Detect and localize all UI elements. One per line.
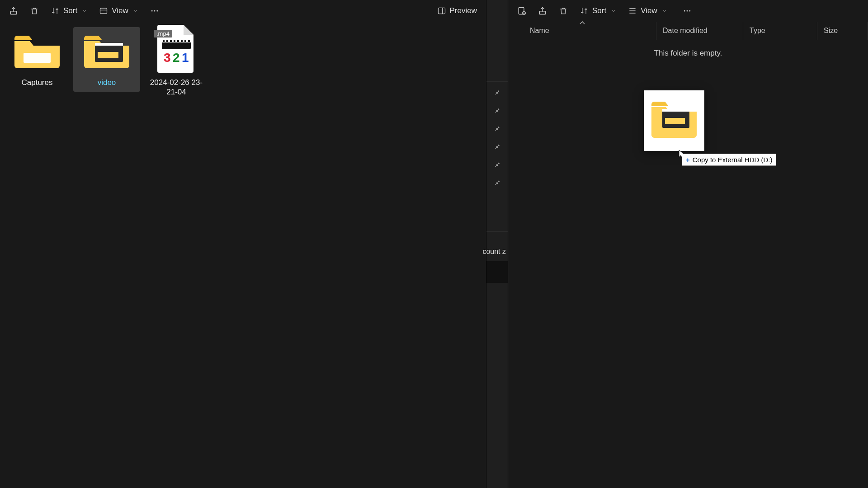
folder-item-video[interactable]: video [73,27,140,92]
video-file-icon: 321 .mp4 [151,31,202,72]
sort-label: Sort [592,6,606,15]
svg-rect-15 [174,40,175,42]
svg-rect-19 [188,40,190,42]
svg-point-27 [686,10,688,12]
svg-rect-14 [170,40,172,42]
nav-selected-block [486,261,508,283]
right-toolbar: Sort View [508,0,868,22]
new-button[interactable] [512,2,532,20]
sort-button[interactable]: Sort [45,3,93,19]
delete-button-right[interactable] [553,2,573,20]
nav-sliver: count z [486,0,508,488]
pin-icon [494,143,500,149]
view-button-right[interactable]: View [623,3,673,19]
folder-item-captures[interactable]: Captures [4,27,71,92]
truncated-label: count z [482,248,506,256]
sort-button-right[interactable]: Sort [574,3,622,19]
left-toolbar: Sort View Preview [0,0,486,22]
delete-button[interactable] [24,2,44,20]
svg-rect-12 [163,40,165,42]
preview-label: Preview [450,6,477,15]
pin-icon [494,125,500,131]
left-items[interactable]: Captures video 321 .mp4 2024-02-26 23-21… [0,22,486,488]
pin-icon [494,107,500,113]
pin-icon [494,161,500,167]
svg-text:3: 3 [164,51,171,65]
plus-icon: + [686,156,690,164]
svg-rect-1 [100,8,107,14]
svg-rect-8 [98,52,118,58]
svg-rect-17 [181,40,183,42]
share-button-right[interactable] [533,2,552,20]
folder-icon [12,31,62,72]
svg-text:2: 2 [173,51,180,65]
view-label: View [112,6,128,15]
share-button[interactable] [4,2,24,20]
svg-point-28 [689,10,690,12]
more-button-right[interactable] [677,2,697,20]
svg-rect-18 [184,40,186,42]
col-size[interactable]: Size [817,22,868,40]
svg-rect-6 [24,53,51,63]
preview-button[interactable]: Preview [432,3,482,19]
svg-point-3 [154,10,155,12]
view-label: View [641,6,657,15]
left-pane: Sort View Preview [0,0,486,488]
cursor-icon [678,149,686,159]
more-button[interactable] [145,2,165,20]
svg-text:1: 1 [182,51,189,65]
view-button[interactable]: View [94,3,144,19]
col-name[interactable]: Name [508,22,656,40]
svg-point-2 [151,10,152,12]
item-label: Captures [22,78,53,87]
folder-thumb-icon [81,31,132,72]
svg-rect-11 [162,39,191,42]
drop-tooltip: + Copy to External HDD (D:) [682,154,776,166]
svg-point-4 [156,10,158,12]
file-ext-badge: .mp4 [154,30,172,38]
sort-label: Sort [63,6,77,15]
pin-icon [494,179,500,185]
sort-indicator-up-icon [579,20,585,25]
svg-rect-9 [95,43,123,46]
svg-point-26 [684,10,685,12]
right-pane: Sort View Name Date modified Type Size T… [508,0,868,488]
col-date[interactable]: Date modified [656,22,743,40]
pin-icon [494,89,500,95]
item-label: video [98,78,116,87]
svg-rect-5 [438,8,445,14]
item-label: 2024-02-26 23-21-04 [145,78,208,97]
svg-rect-30 [665,118,685,124]
column-header-row: Name Date modified Type Size [508,22,868,40]
empty-folder-message: This folder is empty. [508,49,868,58]
col-type[interactable]: Type [743,22,817,40]
file-item-mp4[interactable]: 321 .mp4 2024-02-26 23-21-04 [143,27,210,102]
svg-rect-16 [177,40,179,42]
svg-rect-13 [166,40,168,42]
drag-ghost [644,90,704,151]
svg-rect-31 [662,109,689,112]
drop-tooltip-text: Copy to External HDD (D:) [693,156,773,164]
svg-rect-29 [662,109,689,128]
